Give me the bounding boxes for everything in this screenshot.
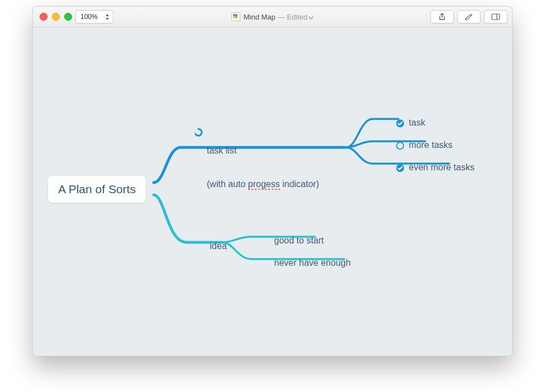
toolbar-right xyxy=(430,10,507,23)
zoomwindow-icon[interactable] xyxy=(64,13,72,21)
progress-indicator-icon xyxy=(194,128,203,137)
edited-label: — Edited xyxy=(278,13,307,21)
window-controls xyxy=(40,13,72,21)
leaf-label: task xyxy=(409,118,425,127)
svg-point-4 xyxy=(396,142,403,149)
format-button[interactable] xyxy=(457,10,481,23)
app-window: 100% Mind Map — Edited xyxy=(32,6,512,356)
minimize-icon[interactable] xyxy=(52,13,60,21)
branch-idea[interactable]: idea xyxy=(190,231,227,261)
leaf-label: never have enough xyxy=(274,258,351,267)
branch-tasklist-line1: task list xyxy=(207,145,319,156)
branch-tasklist-line2: (with auto progess indicator) xyxy=(207,179,319,190)
title-text: Mind Map xyxy=(244,13,276,21)
share-icon xyxy=(438,13,446,21)
document-icon xyxy=(231,12,240,21)
mindmap-canvas[interactable]: A Plan of Sorts task list (with auto pro… xyxy=(33,27,512,356)
leaf-label: more tasks xyxy=(409,140,453,150)
leaf-label: good to start xyxy=(274,236,324,245)
zoom-select[interactable]: 100% xyxy=(75,10,113,23)
close-icon[interactable] xyxy=(40,13,48,21)
branch-tasklist[interactable]: task list (with auto progess indicator) xyxy=(207,123,319,212)
root-node[interactable]: A Plan of Sorts xyxy=(48,176,146,203)
root-label: A Plan of Sorts xyxy=(58,183,136,195)
svg-rect-0 xyxy=(492,14,500,20)
leaf-label: even more tasks xyxy=(409,162,474,172)
titlebar: 100% Mind Map — Edited xyxy=(33,7,512,27)
zoom-stepper[interactable] xyxy=(105,12,111,22)
leaf-even-more-tasks[interactable]: even more tasks xyxy=(376,152,474,183)
checkbox-unchecked-icon[interactable] xyxy=(396,141,405,150)
misspelling: progess xyxy=(248,179,280,189)
sidebar-toggle-button[interactable] xyxy=(484,10,507,23)
zoom-value: 100% xyxy=(80,13,98,21)
leaf-never-have-enough[interactable]: never have enough xyxy=(254,248,351,278)
branch-idea-label: idea xyxy=(210,241,227,251)
title-chevron-icon[interactable] xyxy=(308,13,314,21)
checkbox-checked-icon[interactable] xyxy=(396,164,405,173)
sidebar-icon xyxy=(491,13,500,20)
share-button[interactable] xyxy=(430,10,454,23)
brush-icon xyxy=(464,13,473,21)
checkbox-checked-icon[interactable] xyxy=(396,119,405,128)
